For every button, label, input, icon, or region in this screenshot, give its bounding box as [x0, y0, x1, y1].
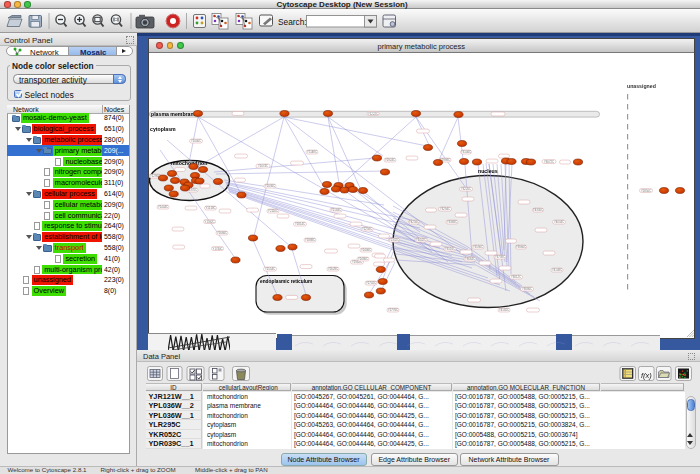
svg-text:mitochondrion: mitochondrion: [171, 160, 207, 166]
svg-text:Y3886C: Y3886C: [522, 287, 532, 291]
svg-text:cytoplasm: cytoplasm: [150, 126, 176, 132]
svg-text:Y3294C: Y3294C: [440, 207, 450, 211]
svg-text:unassigned: unassigned: [627, 83, 656, 89]
svg-text:Y2480C: Y2480C: [358, 257, 368, 261]
svg-text:endoplasmic reticulum: endoplasmic reticulum: [260, 279, 312, 284]
svg-text:Y1518C: Y1518C: [205, 206, 215, 210]
svg-text:Y4330C: Y4330C: [533, 208, 543, 212]
svg-text:Y1074C: Y1074C: [258, 164, 268, 168]
svg-text:Y4108C: Y4108C: [552, 268, 562, 272]
svg-text:Y1444C: Y1444C: [158, 205, 168, 209]
svg-text:Y2332C: Y2332C: [389, 238, 399, 242]
svg-text:Y2850C: Y2850C: [641, 189, 651, 193]
svg-text:Y3146C: Y3146C: [461, 150, 471, 154]
svg-text:Y2702C: Y2702C: [366, 281, 376, 285]
svg-text:f(x): f(x): [641, 371, 652, 380]
svg-text:Y3072C: Y3072C: [544, 160, 554, 164]
svg-text:Y1888C: Y1888C: [305, 238, 315, 242]
svg-text:Y3516C: Y3516C: [445, 247, 455, 251]
svg-text:Y3442C: Y3442C: [416, 238, 426, 242]
svg-text:Y2036C: Y2036C: [265, 184, 275, 188]
svg-text:Y1000C: Y1000C: [191, 139, 201, 143]
svg-text:Y1148C: Y1148C: [307, 150, 317, 154]
svg-text:Y1592C: Y1592C: [205, 220, 215, 224]
svg-text:Y2776C: Y2776C: [388, 308, 398, 312]
svg-text:Y3812C: Y3812C: [511, 275, 521, 279]
svg-text:Y3368C: Y3368C: [447, 220, 457, 224]
svg-text:Y2406C: Y2406C: [361, 248, 371, 252]
svg-text:Y2924C: Y2924C: [385, 158, 395, 162]
svg-text:Y2184C: Y2184C: [331, 208, 341, 212]
svg-text:nucleus: nucleus: [478, 168, 498, 174]
svg-text:Y2554C: Y2554C: [265, 267, 275, 271]
svg-text:Y4034C: Y4034C: [554, 220, 564, 224]
svg-text:Y3590C: Y3590C: [473, 245, 483, 249]
svg-text:Y4256C: Y4256C: [409, 220, 419, 224]
svg-text:Y1740C: Y1740C: [213, 247, 223, 251]
svg-text:plasma membrane: plasma membrane: [151, 111, 197, 117]
svg-text:Y1222C: Y1222C: [368, 112, 378, 116]
svg-text:Y3220C: Y3220C: [461, 187, 471, 191]
svg-text:Y1666C: Y1666C: [217, 231, 227, 235]
svg-text:Y3738C: Y3738C: [495, 255, 505, 259]
svg-text:Y2110C: Y2110C: [268, 209, 278, 213]
svg-text:Y3960C: Y3960C: [516, 245, 526, 249]
svg-text:Y2258C: Y2258C: [362, 227, 372, 231]
svg-text:Y4182C: Y4182C: [499, 308, 509, 312]
svg-text:Y2628C: Y2628C: [328, 267, 338, 271]
svg-text:Y1814C: Y1814C: [295, 222, 305, 226]
svg-text:Y3664C: Y3664C: [465, 257, 475, 261]
